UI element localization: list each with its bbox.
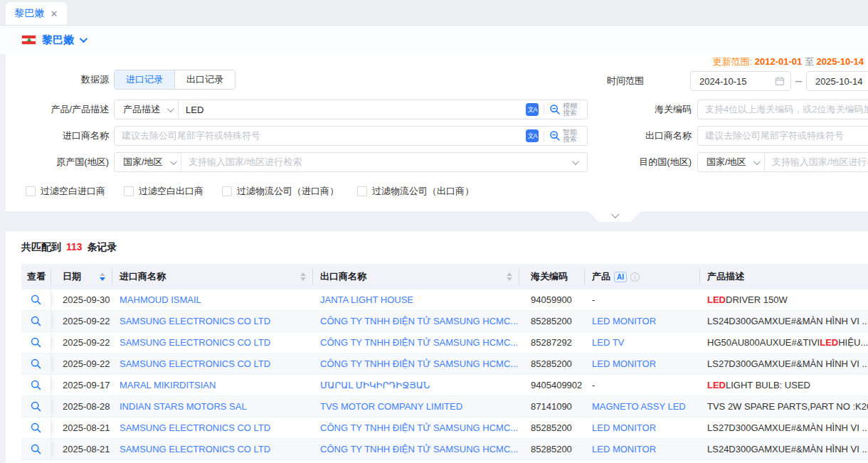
date-cell: 2025-09-30 xyxy=(51,289,112,310)
tab-close-icon[interactable]: ✕ xyxy=(51,9,58,19)
magnifier-icon xyxy=(31,422,41,433)
tab-bar: 黎巴嫩 ✕ xyxy=(0,0,868,26)
fuzzy-search-hint[interactable]: 模糊搜索 xyxy=(563,102,581,117)
sort-control[interactable] xyxy=(507,272,512,281)
exporter-input[interactable]: 建议去除公司尾部字符或特殊符号 xyxy=(697,126,868,146)
smart-search-icon[interactable] xyxy=(549,130,561,142)
source-option-1[interactable]: 出口记录 xyxy=(174,70,235,89)
importer-link[interactable]: MAHMOUD ISMAIL xyxy=(120,294,201,305)
importer-link[interactable]: SAMSUNG ELECTRONICS CO LTD xyxy=(120,358,270,369)
calendar-icon xyxy=(775,76,785,86)
date-from-input[interactable]: 2024-10-15 xyxy=(690,71,791,91)
collapse-panel-handle[interactable] xyxy=(588,211,641,222)
destination-country-select[interactable]: 国家/地区 xyxy=(698,156,764,169)
date-cell: 2025-09-22 xyxy=(51,353,112,374)
hs-code-cell: 85285200 xyxy=(519,439,585,459)
view-record-button[interactable] xyxy=(21,311,51,331)
importer-link[interactable]: SAMSUNG ELECTRONICS CO LTD xyxy=(120,422,270,433)
exporter-link[interactable]: CÔNG TY TNHH ĐIỆN TỬ SAMSUNG HCMC... xyxy=(320,316,518,326)
info-icon[interactable]: i xyxy=(630,272,640,282)
product-link[interactable]: LED MONITOR xyxy=(592,444,656,454)
filter-checkbox-0[interactable]: 过滤空白进口商 xyxy=(26,185,105,198)
country-name[interactable]: 黎巴嫩 xyxy=(42,33,74,47)
hs-code-input[interactable]: 支持4位以上海关编码，或2位海关编码加上... xyxy=(697,100,868,119)
checkbox-icon[interactable] xyxy=(124,186,134,196)
exporter-link[interactable]: ՄԱՐԱԼ ՄԻԿԻՐԴԻՋՅԱՆ xyxy=(320,380,430,390)
column-header-1[interactable]: 日期 xyxy=(51,264,112,289)
translate-icon[interactable]: 文A xyxy=(526,129,539,142)
view-record-button[interactable] xyxy=(21,439,51,459)
sort-desc-icon[interactable] xyxy=(300,277,306,281)
date-to-input[interactable]: 2025-10-14 xyxy=(806,71,868,91)
importer-link[interactable]: MARAL MIKIRDITSIAN xyxy=(120,380,216,390)
exporter-link[interactable]: TVS MOTOR COMPANY LIMITED xyxy=(320,401,462,412)
view-record-button[interactable] xyxy=(21,396,51,417)
importer-link[interactable]: INDIAN STARS MOTORS SAL xyxy=(120,401,247,412)
view-record-button[interactable] xyxy=(21,353,51,374)
column-header-3[interactable]: 出口商名称 xyxy=(313,264,519,289)
product-link[interactable]: LED MONITOR xyxy=(592,422,656,433)
table-row: 2025-08-21SAMSUNG ELECTRONICS CO LTDCÔNG… xyxy=(21,439,868,460)
date-range-separator: – xyxy=(795,71,802,91)
origin-country-select[interactable]: 国家/地区 xyxy=(115,156,181,169)
sort-desc-icon[interactable] xyxy=(100,277,105,281)
importer-link[interactable]: SAMSUNG ELECTRONICS CO LTD xyxy=(120,444,270,454)
view-record-button[interactable] xyxy=(21,289,51,310)
product-link[interactable]: MAGNETO ASSY LED xyxy=(592,401,686,412)
sort-desc-icon[interactable] xyxy=(507,277,512,281)
filter-panel: 更新范围: 2012-01-01 至 2025-10-14 数据源 进口记录出口… xyxy=(6,54,868,211)
exporter-link[interactable]: CÔNG TY TNHH ĐIỆN TỬ SAMSUNG HCMC... xyxy=(320,422,518,433)
view-record-button[interactable] xyxy=(21,417,51,438)
checkbox-label: 过滤空白进口商 xyxy=(41,185,105,198)
description-cell: LS27D300GAMXUE#&MÀN HÌNH VI ... xyxy=(700,417,868,438)
results-panel: 共匹配到 113 条记录 查看日期进口商名称出口商名称海关编码产品AIi产品描述… xyxy=(6,231,868,463)
exporter-link[interactable]: CÔNG TY TNHH ĐIỆN TỬ SAMSUNG HCMC... xyxy=(320,337,518,348)
update-range: 更新范围: 2012-01-01 至 2025-10-14 xyxy=(713,55,864,68)
filter-checkbox-2[interactable]: 过滤物流公司（进口商） xyxy=(222,185,339,198)
smart-search-hint[interactable]: 智能搜索 xyxy=(563,129,581,143)
chevron-down-icon[interactable] xyxy=(80,35,88,43)
column-header-2[interactable]: 进口商名称 xyxy=(112,264,313,289)
importer-link[interactable]: SAMSUNG ELECTRONICS CO LTD xyxy=(120,316,270,326)
view-record-button[interactable] xyxy=(21,375,51,395)
filter-checkbox-3[interactable]: 过滤物流公司（出口商） xyxy=(357,185,474,198)
fuzzy-search-icon[interactable] xyxy=(549,104,561,115)
column-header-0: 查看 xyxy=(21,264,51,289)
exporter-link[interactable]: CÔNG TY TNHH ĐIỆN TỬ SAMSUNG HCMC... xyxy=(320,358,518,369)
source-option-0[interactable]: 进口记录 xyxy=(115,70,174,89)
chevron-down-icon xyxy=(170,158,177,165)
keyword-highlight: LED xyxy=(707,294,726,305)
column-header-6: 产品描述 xyxy=(700,264,868,289)
update-range-label: 更新范围: xyxy=(713,56,753,67)
view-record-button[interactable] xyxy=(21,332,51,353)
checkbox-label: 过滤物流公司（出口商） xyxy=(372,185,474,198)
sort-control[interactable] xyxy=(300,272,306,281)
product-link[interactable]: LED TV xyxy=(592,337,624,348)
table-row: 2025-09-17MARAL MIKIRDITSIANՄԱՐԱԼ ՄԻԿԻՐԴ… xyxy=(21,375,868,396)
importer-cell: SAMSUNG ELECTRONICS CO LTD xyxy=(112,332,313,353)
checkbox-icon[interactable] xyxy=(357,186,367,196)
importer-input[interactable]: 建议去除公司尾部字符或特殊符号 xyxy=(115,129,526,142)
description-text: LS24D300GAMXUE#&MÀN HÌNH VI ... xyxy=(707,444,868,454)
translate-icon[interactable]: 文A xyxy=(526,103,539,116)
checkbox-icon[interactable] xyxy=(26,186,36,196)
origin-search-input[interactable]: 支持输入国家/地区进行检索 xyxy=(181,156,572,169)
checkbox-icon[interactable] xyxy=(222,186,232,196)
destination-select-group: 国家/地区 支持输入国家/地区进行检... xyxy=(697,152,868,172)
exporter-link[interactable]: CÔNG TY TNHH ĐIỆN TỬ SAMSUNG HCMC... xyxy=(320,444,518,454)
product-link[interactable]: LED MONITOR xyxy=(592,358,656,369)
product-link[interactable]: LED MONITOR xyxy=(592,316,656,326)
importer-link[interactable]: SAMSUNG ELECTRONICS CO LTD xyxy=(120,337,270,348)
product-type-select[interactable]: 产品描述 xyxy=(115,103,178,116)
date-cell: 2025-09-22 xyxy=(51,332,112,353)
tab-lebanon[interactable]: 黎巴嫩 ✕ xyxy=(6,2,67,25)
product-search-input[interactable]: LED xyxy=(179,105,526,115)
filter-checkbox-1[interactable]: 过滤空白出口商 xyxy=(124,185,203,198)
sort-asc-icon[interactable] xyxy=(507,272,512,276)
sort-asc-icon[interactable] xyxy=(100,272,105,276)
sort-control[interactable] xyxy=(100,272,105,281)
destination-search-input[interactable]: 支持输入国家/地区进行检... xyxy=(765,156,868,169)
importer-input-group: 建议去除公司尾部字符或特殊符号 文A 智能搜索 xyxy=(114,126,588,146)
sort-asc-icon[interactable] xyxy=(300,272,306,276)
exporter-link[interactable]: JANTA LIGHT HOUSE xyxy=(320,294,413,305)
